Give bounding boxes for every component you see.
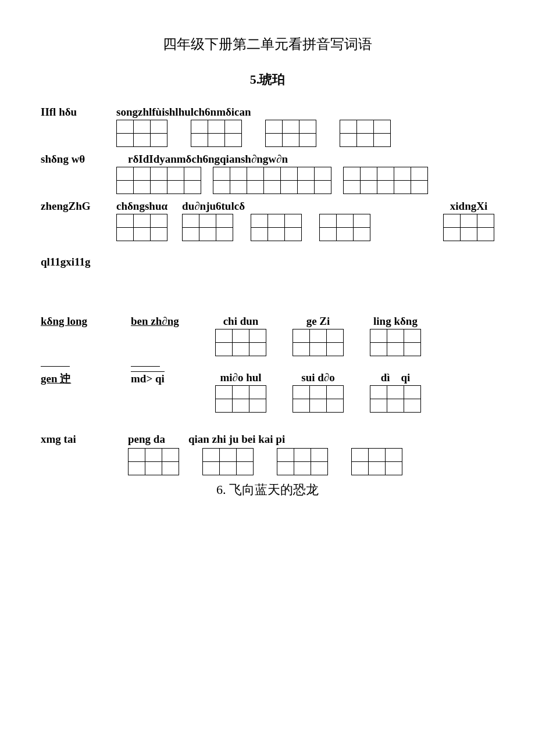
pinyin-label: du∂nju6tulcδ — [182, 200, 370, 213]
pinyin-label: chi dun — [223, 315, 259, 328]
pinyin-label: qian zhi ju bei kai pi — [188, 433, 285, 446]
char-grid — [370, 385, 421, 413]
pinyin-label: ge Zi — [306, 315, 330, 328]
char-grid — [265, 120, 316, 147]
pinyin-label: mi∂o hul — [220, 371, 261, 384]
s1-row2: shδng wθ rδIdIdyanmδch6ngqiansh∂ngw∂n — [41, 153, 494, 194]
char-grid — [202, 448, 254, 475]
s2-row2: gen 迚 md> qi mi∂o hul sui d∂o dì qi — [41, 371, 494, 413]
pinyin-label: songzhlfùishlhulch6nmδican — [116, 106, 494, 119]
char-grid — [116, 167, 201, 194]
pinyin-label: peng da — [128, 433, 165, 446]
row-label: kδng long — [41, 315, 105, 328]
pinyin-label: dì qi — [381, 371, 411, 384]
row-label: shδng wθ — [41, 153, 110, 166]
row-label: ql11gxi11g — [41, 256, 110, 268]
row-label: gen 迚 — [41, 371, 105, 386]
char-grid — [370, 329, 421, 356]
s1-row4: ql11gxi11g — [41, 256, 494, 268]
char-grid — [293, 329, 344, 356]
pinyin-label: ling kδng — [373, 315, 418, 328]
row-label: xmg tai — [41, 433, 105, 446]
pinyin-label: sui d∂o — [301, 371, 334, 384]
section-6-title: 6. 飞向蓝天的恐龙 — [41, 481, 494, 499]
char-grid — [343, 167, 428, 194]
char-grid — [215, 329, 266, 356]
page-title: 四年级下册第二单元看拼音写词语 — [41, 35, 494, 53]
char-grid — [116, 120, 167, 147]
s2-row1: kδng long ben zh∂ng chi dun ge Zi ling k… — [41, 315, 494, 356]
char-grid — [215, 385, 266, 413]
pinyin-label: rδIdIdyanmδch6ngqiansh∂ngw∂n — [128, 153, 494, 166]
char-grid — [277, 448, 328, 475]
s1-row3: zhengZhG chδngshuα du∂nju6tulcδ xidngXi — [41, 200, 494, 241]
char-grid — [191, 120, 242, 147]
char-grid — [443, 214, 494, 241]
char-grid — [251, 214, 302, 241]
pinyin-label: xidngXi — [450, 200, 487, 213]
char-grid — [319, 214, 370, 241]
char-grid — [182, 214, 233, 241]
char-grid — [213, 167, 331, 194]
char-grid — [351, 448, 402, 475]
s1-row1: IIfl hδu songzhlfùishlhulch6nmδican — [41, 106, 494, 147]
row-label: IIfl hδu — [41, 106, 110, 119]
char-grid — [128, 448, 179, 475]
char-grid — [340, 120, 391, 147]
row-label: zhengZhG — [41, 200, 110, 213]
pinyin-label: chδngshuα — [116, 200, 167, 213]
section-5-title: 5.琥珀 — [41, 71, 494, 88]
char-grid — [293, 385, 344, 413]
s2-row3: xmg tai peng da qian zhi ju bei kai pi — [41, 433, 494, 475]
pinyin-label: md> qi — [131, 371, 165, 385]
pinyin-label: ben zh∂ng — [131, 315, 189, 328]
char-grid — [116, 214, 167, 241]
